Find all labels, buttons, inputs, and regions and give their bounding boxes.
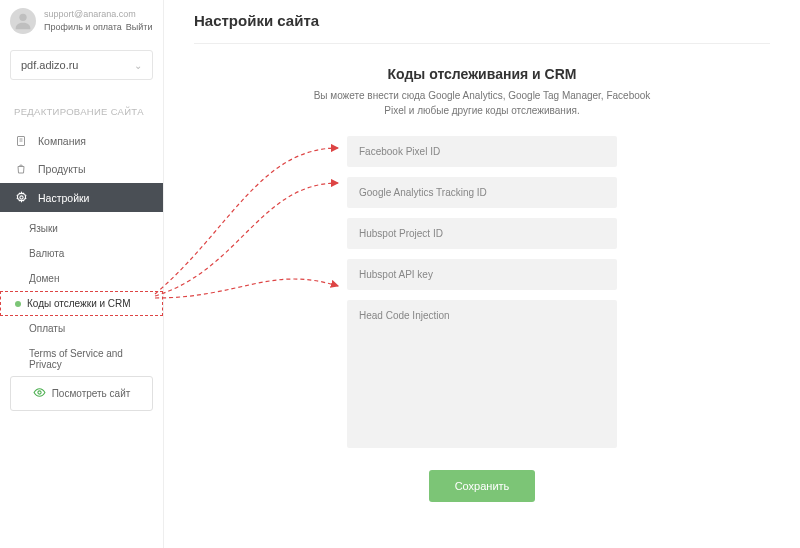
nav-item-products[interactable]: Продукты — [0, 155, 163, 183]
head-code-textarea[interactable] — [347, 300, 617, 448]
sidebar-nav: Компания Продукты Настройки — [0, 127, 163, 212]
form-description: Вы можете внести сюда Google Analytics, … — [312, 88, 652, 118]
profile-link[interactable]: Профиль и оплата — [44, 21, 122, 34]
user-email: support@anarana.com — [44, 8, 153, 21]
site-selector[interactable]: pdf.adizo.ru ⌄ — [10, 50, 153, 80]
user-info: support@anarana.com Профиль и оплата Вый… — [44, 8, 153, 33]
divider — [194, 43, 770, 44]
avatar — [10, 8, 36, 34]
page-title: Настройки сайта — [194, 12, 770, 43]
user-row: support@anarana.com Профиль и оплата Вый… — [0, 0, 163, 40]
hubspot-api-input[interactable] — [347, 259, 617, 290]
sidebar: support@anarana.com Профиль и оплата Вый… — [0, 0, 164, 548]
facebook-pixel-input[interactable] — [347, 136, 617, 167]
hubspot-project-input[interactable] — [347, 218, 617, 249]
google-analytics-input[interactable] — [347, 177, 617, 208]
svg-point-4 — [19, 196, 22, 199]
main: Настройки сайта Коды отслеживания и CRM … — [164, 0, 800, 502]
nav-item-label: Продукты — [38, 163, 85, 175]
sidebar-subnav: Языки Валюта Домен Коды отслежки и CRM О… — [0, 212, 163, 377]
svg-point-0 — [19, 14, 26, 21]
document-icon — [14, 135, 28, 147]
sidebar-section-title: РЕДАКТИРОВАНИЕ САЙТА — [0, 80, 163, 127]
subnav-languages[interactable]: Языки — [0, 216, 163, 241]
subnav-tos[interactable]: Terms of Service and Privacy — [0, 341, 163, 377]
nav-item-label: Настройки — [38, 192, 90, 204]
eye-icon — [33, 386, 46, 401]
view-site-button[interactable]: Посмотреть сайт — [10, 376, 153, 411]
form-area: Коды отслеживания и CRM Вы можете внести… — [272, 66, 692, 502]
bag-icon — [14, 163, 28, 175]
subnav-tracking[interactable]: Коды отслежки и CRM — [0, 291, 163, 316]
chevron-down-icon: ⌄ — [134, 60, 142, 71]
person-icon — [12, 10, 34, 32]
save-button[interactable]: Сохранить — [429, 470, 536, 502]
nav-item-settings[interactable]: Настройки — [0, 183, 163, 212]
view-site-label: Посмотреть сайт — [52, 388, 131, 399]
nav-item-company[interactable]: Компания — [0, 127, 163, 155]
logout-link[interactable]: Выйти — [126, 21, 153, 34]
nav-item-label: Компания — [38, 135, 86, 147]
form-title: Коды отслеживания и CRM — [272, 66, 692, 82]
subnav-currency[interactable]: Валюта — [0, 241, 163, 266]
gear-icon — [14, 191, 28, 204]
subnav-domain[interactable]: Домен — [0, 266, 163, 291]
svg-point-5 — [38, 391, 41, 394]
site-selector-value: pdf.adizo.ru — [21, 59, 78, 71]
subnav-payments[interactable]: Оплаты — [0, 316, 163, 341]
